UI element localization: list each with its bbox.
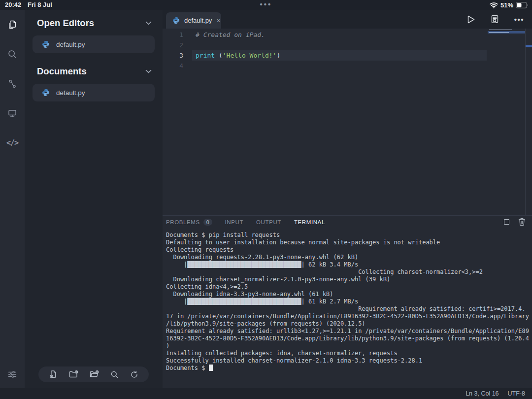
terminal-output[interactable]: Documents $ pip install requestsDefaulti… [163, 232, 532, 388]
terminal-line: Collecting requests [163, 246, 532, 254]
new-file-icon[interactable] [48, 369, 58, 379]
tab-problems[interactable]: PROBLEMS 0 [166, 219, 212, 226]
tab-terminal[interactable]: TERMINAL [294, 219, 325, 225]
terminal-line: /lib/python3.9/site-packages (from reque… [163, 320, 532, 328]
encoding: UTF-8 [508, 390, 525, 397]
editor-group: default.py × [163, 10, 532, 388]
wifi-icon [490, 2, 498, 8]
problems-count-badge: 0 [203, 219, 212, 226]
terminal-line: Installing collected packages: idna, cha… [163, 350, 532, 357]
tab-output[interactable]: OUTPUT [256, 219, 281, 225]
code-editor[interactable]: 1# Created on iPad.23print ('Hello World… [163, 29, 532, 215]
open-folder-icon[interactable] [89, 369, 100, 379]
section-title: Documents [37, 66, 87, 77]
trash-icon[interactable] [518, 218, 526, 226]
document-search-icon[interactable] [490, 14, 499, 24]
python-icon [172, 17, 180, 24]
search-icon[interactable] [0, 47, 25, 61]
tab-bar: default.py × [163, 10, 532, 29]
line-number: 2 [163, 40, 183, 50]
tab-title: default.py [184, 17, 212, 24]
settings-sliders-icon[interactable] [0, 367, 25, 381]
panel-actions [504, 215, 526, 228]
terminal-line: Downloading idna-3.3-py3-none-any.whl (6… [163, 291, 532, 298]
battery-icon [516, 2, 529, 8]
explorer-toolbar [38, 366, 149, 382]
run-icon[interactable] [467, 15, 475, 24]
editor-actions: ••• [467, 10, 532, 29]
terminal-line: Collecting idna<4,>=2.5 [163, 283, 532, 291]
activity-bar: </> [0, 10, 25, 388]
code-line[interactable]: 2 [163, 40, 532, 50]
open-editor-item-default-py[interactable]: default.py [33, 35, 155, 53]
line-number: 3 [163, 50, 183, 61]
minimap[interactable] [488, 29, 525, 58]
remote-monitor-icon[interactable] [0, 106, 25, 120]
chevron-down-icon [145, 21, 152, 25]
multitask-dots-icon[interactable]: ••• [0, 0, 532, 8]
terminal-line: Documents $ pip install requests [163, 232, 532, 239]
terminal-line: Defaulting to user installation because … [163, 239, 532, 246]
tab-input[interactable]: INPUT [225, 219, 244, 225]
terminal-line: ) [163, 342, 532, 350]
python-icon [42, 40, 50, 48]
more-icon[interactable]: ••• [514, 15, 524, 24]
code-line[interactable]: 4 [163, 61, 532, 71]
terminal-line: Requirement already satisfied: certifi>=… [163, 305, 532, 313]
code-icon[interactable]: </> [0, 136, 25, 150]
battery-percent: 51% [500, 1, 513, 9]
python-icon [42, 89, 50, 97]
files-icon[interactable] [0, 18, 25, 32]
overview-ruler-cursor-marker [526, 45, 532, 47]
cursor-position: Ln 3, Col 16 [466, 390, 499, 397]
open-editors-header[interactable]: Open Editors [37, 18, 152, 29]
terminal-line: Downloading charset_normalizer-2.1.0-py3… [163, 276, 532, 283]
terminal-line: 17 in /private/var/containers/Bundle/App… [163, 313, 532, 320]
code-app-window: 20:42 Fri 8 Jul ••• 51% [0, 0, 532, 399]
refresh-icon[interactable] [130, 370, 139, 379]
terminal-line: |████████████████████████████████| 61 kB… [163, 298, 532, 305]
terminal-line: Collecting charset-normalizer<3,>=2 [163, 268, 532, 276]
ios-status-bar: 20:42 Fri 8 Jul ••• 51% [0, 0, 532, 10]
terminal-line: Documents $ [163, 365, 532, 372]
file-name: default.py [56, 41, 85, 48]
terminal-cursor [209, 365, 213, 371]
editor-status-bar: Ln 3, Col 16 UTF-8 [0, 388, 532, 399]
minimap-divider [525, 29, 526, 215]
line-number: 4 [163, 61, 183, 71]
terminal-line: Requirement already satisfied: urllib3<1… [163, 328, 532, 335]
file-name: default.py [56, 89, 85, 97]
terminal-line: |████████████████████████████████| 62 kB… [163, 261, 532, 268]
code-line[interactable]: 3print ('Hello World!') [163, 50, 532, 61]
search-icon[interactable] [110, 370, 119, 379]
line-number: 1 [163, 30, 183, 40]
chevron-down-icon [145, 69, 152, 73]
maximize-icon[interactable] [504, 219, 509, 225]
terminal-line: Successfully installed charset-normalize… [163, 357, 532, 365]
tab-default-py[interactable]: default.py × [166, 12, 221, 29]
code-line[interactable]: 1# Created on iPad. [163, 30, 532, 40]
section-title: Open Editors [37, 18, 94, 29]
close-icon[interactable]: × [216, 17, 220, 25]
panel-tab-bar: PROBLEMS 0 INPUT OUTPUT TERMINAL [163, 215, 532, 228]
terminal-line: 16392-3B2C-4522-80D5-F352A90AED13/Code.a… [163, 335, 532, 342]
documents-header[interactable]: Documents [37, 66, 152, 77]
explorer-panel: Open Editors default.py Documents [25, 10, 163, 388]
terminal-line: Downloading requests-2.28.1-py3-none-any… [163, 254, 532, 261]
document-item-default-py[interactable]: default.py [33, 84, 155, 101]
source-control-icon[interactable] [0, 77, 25, 91]
new-folder-icon[interactable] [68, 369, 79, 379]
